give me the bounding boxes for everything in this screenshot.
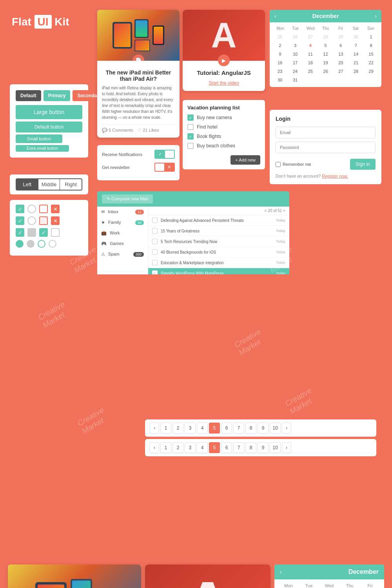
cal-day[interactable]: 22 (364, 59, 378, 67)
cal-day[interactable] (303, 76, 318, 84)
pg2-btn-10[interactable]: 10 (270, 442, 281, 453)
pg-btn-1[interactable]: 1 (160, 423, 171, 434)
cal-day[interactable] (364, 76, 378, 84)
cal-day[interactable]: 23 (273, 67, 287, 75)
cal-large-prev[interactable]: ‹ (280, 569, 282, 575)
xsmall-button[interactable]: Extra small button (16, 145, 69, 152)
checkbox-red-x-2[interactable]: ✕ (51, 216, 60, 225)
pg-btn-5[interactable]: 5 (209, 423, 220, 434)
mail-item[interactable]: 40 Blurred Backgrounds for iOS Today (148, 247, 289, 258)
pg-next-btn[interactable]: › (282, 423, 291, 434)
cal-day[interactable]: 6 (334, 42, 348, 49)
cal-day[interactable]: 13 (334, 50, 348, 58)
radio-green-outline[interactable] (38, 240, 45, 248)
pg-btn-8[interactable]: 8 (245, 423, 256, 434)
mail-checkbox[interactable] (152, 260, 158, 265)
pg2-btn-2[interactable]: 2 (172, 442, 183, 453)
default-button[interactable]: Default (16, 90, 41, 101)
pg-btn-6[interactable]: 6 (221, 423, 232, 434)
cal-day[interactable]: 10 (288, 50, 303, 58)
cal-day-today[interactable]: 4 (303, 42, 318, 49)
cal-day[interactable]: 27 (334, 67, 348, 75)
cal-day[interactable]: 26 (288, 33, 303, 41)
checkbox-gray[interactable] (27, 228, 36, 237)
pg2-btn-3[interactable]: 3 (185, 442, 196, 453)
cal-day[interactable]: 15 (364, 50, 378, 58)
register-link[interactable]: Register now. (322, 174, 348, 178)
cal-day[interactable]: 20 (334, 59, 348, 67)
radio-outline[interactable] (27, 216, 36, 225)
mail-item[interactable]: Education & Marketplace integration Toda… (148, 258, 289, 268)
toggle-right[interactable]: Right (60, 179, 82, 190)
receive-toggle[interactable]: ✓ ○ (154, 150, 175, 159)
small-button[interactable]: Small button (16, 134, 62, 143)
pg-btn-10[interactable]: 10 (270, 423, 281, 434)
vac-check-off-4[interactable] (187, 143, 194, 149)
cal-day[interactable] (318, 76, 333, 84)
cal-day[interactable]: 5 (318, 42, 333, 49)
vac-check-off-2[interactable] (187, 124, 194, 130)
mail-checkbox[interactable] (152, 218, 158, 223)
mail-item[interactable]: 5 Tech Resources Trending Now Today (148, 236, 289, 247)
checkbox-outline[interactable] (51, 228, 60, 237)
pg2-prev-btn[interactable]: ‹ (150, 442, 159, 453)
radio-green[interactable] (16, 240, 24, 248)
vac-check-on-1[interactable]: ✓ (187, 114, 194, 121)
cal-day[interactable]: 29 (334, 33, 348, 41)
checkbox-green-4[interactable]: ✓ (39, 228, 48, 237)
checkbox-red-outline-2[interactable] (39, 216, 48, 225)
pg2-btn-6[interactable]: 6 (221, 442, 232, 453)
cal-day[interactable] (349, 76, 363, 84)
cal-day[interactable]: 17 (288, 59, 303, 67)
cal-day[interactable]: 19 (318, 59, 333, 67)
mail-checkbox[interactable] (152, 249, 158, 255)
default-sm-button[interactable]: Default button (16, 122, 82, 132)
email-field[interactable] (276, 127, 376, 138)
pg2-btn-9[interactable]: 9 (258, 442, 269, 453)
compose-button[interactable]: ✎ Compose new Mail (102, 194, 153, 203)
cal-day[interactable]: 1 (364, 33, 378, 41)
mail-folder-work[interactable]: 💼 Work (97, 228, 148, 238)
primary-button[interactable]: Primary (44, 90, 71, 101)
cal-day[interactable]: 25 (303, 67, 318, 75)
toggle-circle-outline[interactable] (27, 205, 36, 213)
cal-day[interactable]: 7 (349, 42, 363, 49)
remember-me-checkbox[interactable] (276, 162, 281, 167)
cal-day[interactable]: 31 (288, 76, 303, 84)
checkbox-red-outline[interactable] (39, 205, 48, 213)
cal-prev-btn[interactable]: ‹ (274, 13, 276, 19)
cal-day[interactable]: 18 (303, 59, 318, 67)
mail-folder-inbox[interactable]: ✉ Inbox 11 (97, 207, 148, 217)
password-field[interactable] (276, 142, 376, 153)
cal-day[interactable]: 8 (364, 42, 378, 49)
cal-day[interactable] (334, 76, 348, 84)
pg2-btn-8[interactable]: 8 (245, 442, 256, 453)
cal-day[interactable]: 28 (349, 67, 363, 75)
cal-day[interactable]: 16 (273, 59, 287, 67)
cal-day[interactable]: 29 (364, 67, 378, 75)
pg-btn-9[interactable]: 9 (258, 423, 269, 434)
cal-day[interactable]: 2 (273, 42, 287, 49)
pg2-btn-4[interactable]: 4 (197, 442, 208, 453)
large-button[interactable]: Large button (16, 105, 82, 119)
vac-check-on-3[interactable]: ✓ (187, 133, 194, 140)
radio-gray[interactable] (27, 240, 34, 248)
mail-item[interactable]: Defending Against Advanced Persistent Th… (148, 215, 289, 226)
cal-day[interactable]: 28 (318, 33, 333, 41)
checkbox-red-x[interactable]: ✕ (51, 205, 60, 213)
radio-outline-2[interactable] (49, 240, 56, 248)
cal-day[interactable]: 30 (349, 33, 363, 41)
pg-btn-7[interactable]: 7 (233, 423, 244, 434)
pg-btn-4[interactable]: 4 (197, 423, 208, 434)
mail-checkbox[interactable] (152, 228, 158, 234)
cal-day[interactable]: 26 (318, 67, 333, 75)
mail-folder-games[interactable]: 🎮 Games (97, 238, 148, 249)
checkbox-green-3[interactable]: ✓ (16, 228, 24, 237)
newsletter-toggle[interactable]: ○ ✕ (154, 163, 175, 172)
pg-btn-2[interactable]: 2 (172, 423, 183, 434)
cal-day[interactable]: 24 (288, 67, 303, 75)
cal-day[interactable]: 11 (303, 50, 318, 58)
cal-day[interactable]: 14 (349, 50, 363, 58)
add-item-button[interactable]: + Add new (230, 155, 260, 165)
cal-day[interactable]: 21 (349, 59, 363, 67)
